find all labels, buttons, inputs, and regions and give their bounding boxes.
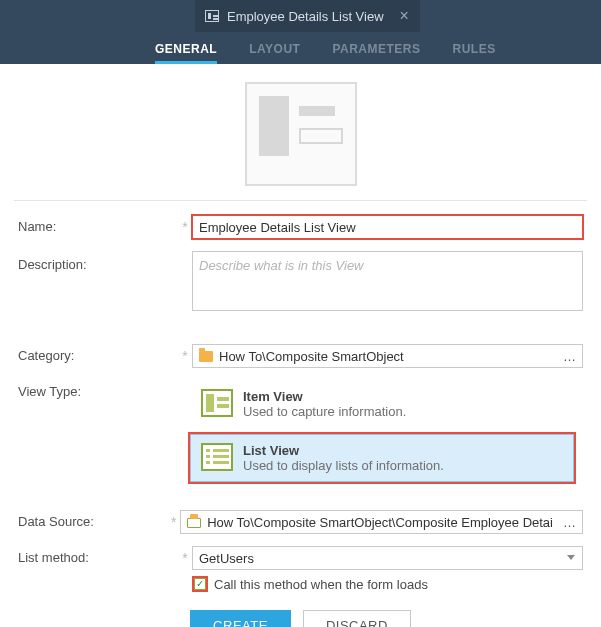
required-indicator: * (178, 215, 192, 235)
ellipsis-icon[interactable]: … (559, 349, 580, 364)
view-type-item-subtitle: Used to capture information. (243, 404, 406, 419)
check-icon: ✓ (194, 578, 206, 590)
label-view-type: View Type: (18, 380, 178, 399)
list-method-select[interactable]: GetUsers (192, 546, 583, 570)
data-source-picker[interactable]: How To\Composite SmartObject\Composite E… (180, 510, 583, 534)
label-list-method: List method: (18, 546, 178, 565)
ellipsis-icon[interactable]: … (559, 515, 580, 530)
preview-thumbnail (245, 82, 357, 186)
name-input[interactable] (192, 215, 583, 239)
label-data-source: Data Source: (18, 510, 167, 529)
category-picker[interactable]: How To\Composite SmartObject … (192, 344, 583, 368)
tab-layout[interactable]: LAYOUT (249, 36, 300, 64)
view-type-list[interactable]: List View Used to display lists of infor… (190, 434, 574, 482)
required-indicator: * (178, 344, 192, 364)
divider (14, 200, 587, 201)
required-indicator: * (167, 510, 180, 530)
view-type-list-title: List View (243, 443, 444, 458)
label-description: Description: (18, 253, 178, 272)
form: Name: * Description: Category: * How To\… (0, 215, 601, 627)
view-type-item-title: Item View (243, 389, 406, 404)
description-input[interactable] (192, 251, 583, 311)
nav-tabs: GENERAL LAYOUT PARAMETERS RULES (0, 32, 601, 64)
view-type-item[interactable]: Item View Used to capture information. (190, 380, 574, 428)
tab-general[interactable]: GENERAL (155, 36, 217, 64)
label-category: Category: (18, 344, 178, 363)
close-icon[interactable]: × (400, 7, 409, 25)
call-on-load-checkbox[interactable]: ✓ (192, 576, 208, 592)
required-indicator: * (178, 546, 192, 566)
view-icon (205, 10, 219, 22)
folder-icon (199, 351, 213, 362)
smartobject-icon (187, 515, 201, 529)
create-button[interactable]: CREATE (190, 610, 291, 627)
document-tab[interactable]: Employee Details List View × (195, 0, 419, 32)
list-view-icon (201, 443, 233, 471)
document-tab-title: Employee Details List View (227, 9, 384, 24)
label-name: Name: (18, 215, 178, 234)
data-source-value: How To\Composite SmartObject\Composite E… (207, 515, 553, 530)
header-bar: Employee Details List View × GENERAL LAY… (0, 0, 601, 64)
call-on-load-label: Call this method when the form loads (214, 577, 428, 592)
tab-parameters[interactable]: PARAMETERS (332, 36, 420, 64)
item-view-icon (201, 389, 233, 417)
category-value: How To\Composite SmartObject (219, 349, 553, 364)
view-preview (0, 64, 601, 200)
view-type-list-subtitle: Used to display lists of information. (243, 458, 444, 473)
tab-rules[interactable]: RULES (453, 36, 496, 64)
discard-button[interactable]: DISCARD (303, 610, 411, 627)
